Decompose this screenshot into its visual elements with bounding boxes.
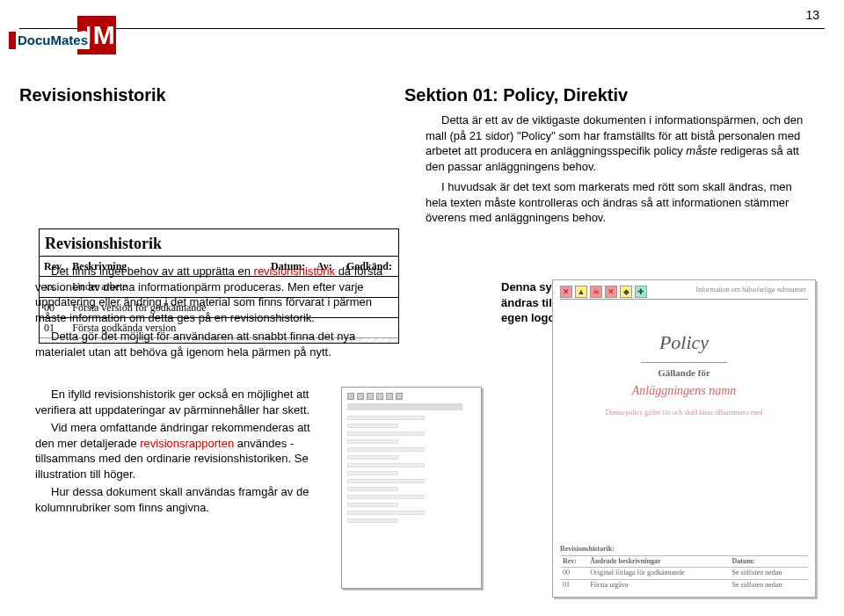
paragraph: Detta är ett av de viktigaste dokumenten… [426,112,812,174]
heading-revisionshistorik: Revisionshistorik [19,83,166,107]
logo-wordmark: DocuMates [16,32,90,49]
paragraph: Detta gör det möjligt för användaren att… [35,329,387,359]
hazard-icon: ✕ [605,286,617,298]
paragraph: Det finns inget behov av att upprätta en… [35,264,387,325]
revision-table-title: Revisionshistorik [40,229,398,256]
policy-subtitle: Gällande för [553,366,815,380]
page-number: 13 [805,7,819,24]
hazard-icon: ✕ [560,286,572,298]
right-column-text: Detta är ett av de viktigaste dokumenten… [426,112,812,231]
hazard-icon: ◆ [620,286,632,298]
paragraph: Hur dessa dokument skall användas framgå… [35,484,325,515]
revision-report-illustration [341,387,482,589]
hazard-icon: ☠ [590,286,602,298]
paragraph: Vid mera omfattande ändringar rekommende… [35,420,325,482]
policy-page-illustration: ✕ ▲ ☠ ✕ ◆ ✚ Information om hälsofarliga … [552,279,816,598]
policy-footnote: Denna policy gäller för och skall läsas … [553,409,815,418]
hazard-icon: ✚ [635,286,647,298]
top-rule [19,28,825,29]
paragraph: I huvudsak är det text som markerats med… [426,179,812,226]
logo: dM DocuMates [9,16,132,56]
hazard-icon: ▲ [575,286,587,298]
paragraph: En ifylld revisionshistorik ger också en… [35,387,325,417]
lower-left-text: Det finns inget behov av att upprätta en… [35,264,387,363]
policy-revision-table: Revisionshistorik: Rev: Ändrade beskrivn… [560,545,808,591]
policy-title: Policy [553,303,815,359]
lower-left-text-narrow: En ifylld revisionshistorik ger också en… [35,387,325,518]
heading-section: Sektion 01: Policy, Direktiv [404,83,628,107]
policy-facility-name: Anläggningens namn [553,383,815,400]
